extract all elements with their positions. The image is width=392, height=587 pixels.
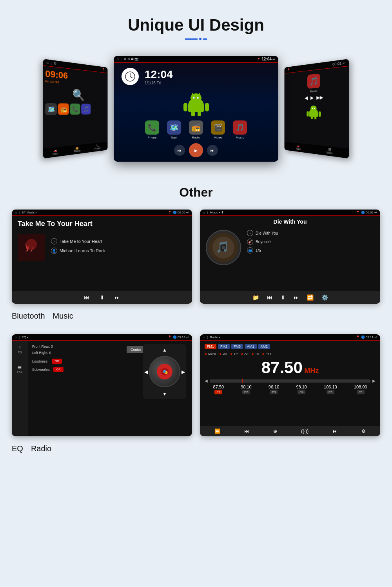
- radio-tune-left[interactable]: ◀: [205, 379, 208, 383]
- underline-dash-2: [203, 38, 207, 40]
- subwoofer-toggle[interactable]: Off: [53, 367, 64, 372]
- music-status-right: 📍 🔵 00:02 ↩: [356, 211, 377, 214]
- music-panel-label: Music: [53, 312, 73, 321]
- underline-dot: [199, 38, 201, 40]
- equalizer-icon: ≡: [18, 344, 21, 350]
- radio-opt-tp[interactable]: ● TP: [230, 352, 238, 356]
- music-note-icon: ♪: [51, 238, 57, 244]
- radio-tune-right[interactable]: ▶: [372, 379, 376, 383]
- bt-pause-btn[interactable]: ⏸: [99, 294, 105, 301]
- radio-opt-af[interactable]: ● AF: [241, 352, 249, 356]
- radio-home-btn[interactable]: ⊕: [273, 428, 277, 434]
- radio-scale-bar[interactable]: [210, 379, 370, 383]
- radio-settings-btn[interactable]: ⚙: [361, 428, 366, 434]
- up-arrow-btn[interactable]: ▲: [162, 346, 167, 353]
- home-icon-eq: ⌂: [15, 335, 17, 339]
- down-arrow-btn[interactable]: ▼: [162, 390, 167, 397]
- radio-prev-btn[interactable]: ⏮: [244, 428, 249, 434]
- svg-point-5: [191, 93, 201, 103]
- radio-band-fm1[interactable]: FM1: [205, 344, 216, 349]
- radio-preset-p1[interactable]: 87.50 P1: [213, 385, 224, 394]
- radio-info-btn[interactable]: ((·)): [301, 428, 309, 434]
- radio-band-fm2[interactable]: FM2: [218, 344, 230, 349]
- svg-point-22: [314, 108, 315, 109]
- bt-album-art: ♪♪: [18, 234, 45, 261]
- play-btn[interactable]: ▶: [189, 143, 203, 157]
- center-time: 12:04: [261, 57, 272, 61]
- bt-prev-btn[interactable]: ⏮: [84, 294, 89, 301]
- eq-sidebar: ≡ EQ ≣ FAB: [12, 341, 28, 436]
- radio-dot-ta: ●: [252, 352, 254, 356]
- share-icon: ⇌: [131, 57, 134, 61]
- next-btn[interactable]: ⏭: [207, 145, 218, 156]
- music-prev-btn[interactable]: ⏮: [267, 294, 272, 301]
- radio-opt-pty[interactable]: ● PTY: [262, 352, 272, 356]
- location-icon-bt: 📍: [168, 211, 172, 214]
- bt-details: ♪ Take Me to Your Heart 👤 Michael Learns…: [51, 238, 186, 257]
- bt-song-title: Take Me To Your Heart: [18, 220, 186, 228]
- right-next[interactable]: ▶▶: [316, 95, 323, 100]
- eq-sidebar-eq[interactable]: ≡ EQ: [18, 344, 22, 354]
- radio-opt-mono[interactable]: ● Mono: [205, 352, 216, 356]
- radio-unit: MHz: [304, 367, 319, 375]
- right-nav-navi[interactable]: 🚗 Navi: [296, 144, 301, 151]
- radio-band-fm3[interactable]: FM3: [231, 344, 243, 349]
- center-screen: ⌂ ⋮ ⚙ ⊕ ⇌ 📷 📍 12:04 ↩: [114, 56, 278, 162]
- svg-point-13: [199, 93, 200, 95]
- radio-preset-p3[interactable]: 96.10 P3: [269, 385, 279, 394]
- radio-presets: 87.50 P1 90.10 P2 96.10 P3 98.10 P4 106.…: [205, 385, 376, 394]
- loudness-label: Loudness:: [32, 359, 49, 363]
- radio-list-btn[interactable]: ⏩: [214, 428, 220, 434]
- music-repeat-btn[interactable]: 🔁: [307, 294, 314, 301]
- right-nav-video[interactable]: 🎬 Video: [326, 148, 333, 155]
- prev-btn[interactable]: ⏮: [174, 145, 185, 156]
- left-nav-bar: 🚗 Navi 📻 Radio 📞 Phone: [43, 142, 108, 159]
- eq-knob[interactable]: 🎭: [149, 356, 180, 387]
- bt-content: Take Me To Your Heart ♪♪ ♪ Take Me to Yo…: [12, 216, 192, 302]
- nav-item-navi[interactable]: 🚗 Navi: [53, 149, 58, 156]
- radio-preset-p5[interactable]: 106.10 P5: [324, 385, 337, 394]
- radio-preset-p2[interactable]: 90.10 P2: [241, 385, 252, 394]
- radio-dot-pty: ●: [262, 352, 264, 356]
- svg-rect-4: [188, 104, 204, 112]
- top-panels-row: ⌂ ⋮ BT Music ▪ 📍 🔵 00:05 ↩ Take Me To Yo…: [0, 210, 392, 304]
- eq-sidebar-fab[interactable]: ≣ FAB: [17, 363, 22, 373]
- eq-knob-inner: 🎭: [157, 364, 172, 379]
- radio-opt-ta[interactable]: ● TA: [252, 352, 259, 356]
- left-arrow-btn[interactable]: ◀: [144, 368, 148, 375]
- bt-controls: ⏮ ⏸ ⏭: [12, 291, 192, 304]
- music-folder-btn[interactable]: 📁: [252, 294, 259, 301]
- search-icon: 🔍: [72, 88, 85, 102]
- right-prev[interactable]: ◀: [305, 95, 308, 101]
- radio-band-am2[interactable]: AM2: [258, 344, 270, 349]
- right-play[interactable]: ▶: [310, 95, 314, 100]
- right-arrow-btn[interactable]: ▶: [181, 368, 185, 375]
- radio-next-btn[interactable]: ⏭: [333, 428, 338, 434]
- music-bt-icon: ⬆: [221, 211, 224, 214]
- loudness-toggle[interactable]: Off: [52, 359, 62, 364]
- svg-rect-25: [307, 111, 309, 117]
- radio-preset-p4[interactable]: 98.10 P4: [296, 385, 307, 394]
- nav-item-phone[interactable]: 📞 Phone: [94, 144, 101, 150]
- music-next-btn[interactable]: ⏭: [294, 294, 299, 301]
- radio-label-status: Radio: [210, 335, 218, 339]
- location-icon-music: 📍: [356, 211, 360, 214]
- menu-icon: ⋮: [49, 61, 53, 65]
- center-button[interactable]: Center: [127, 346, 145, 353]
- radio-preset-p6[interactable]: 108.00 P6: [354, 385, 367, 394]
- radio-opt-dx[interactable]: ● DX: [219, 352, 227, 356]
- music-pause-btn[interactable]: ⏸: [280, 294, 286, 301]
- nav-item-radio[interactable]: 📻 Radio: [74, 146, 81, 153]
- bt-artist: Michael Learns To Rock: [60, 248, 105, 253]
- radio-band-am1[interactable]: AM1: [245, 344, 257, 349]
- svg-rect-17: [198, 111, 201, 116]
- location-icon: 📍: [257, 58, 261, 61]
- music-content: 🎵 ♪ Die With You 🎸 Beyoncé 👥 1/5: [200, 226, 380, 297]
- music-song-title: Die With You: [274, 219, 307, 225]
- music-controls: 📁 ⏮ ⏸ ⏭ 🔁 ⚙️: [200, 291, 380, 304]
- music-eq-btn[interactable]: ⚙️: [321, 294, 328, 301]
- preset-num-p2: P2: [242, 390, 250, 394]
- menu-icon-radio: ⋮: [206, 335, 209, 339]
- svg-point-20: [310, 106, 317, 111]
- bt-next-btn[interactable]: ⏭: [114, 294, 120, 301]
